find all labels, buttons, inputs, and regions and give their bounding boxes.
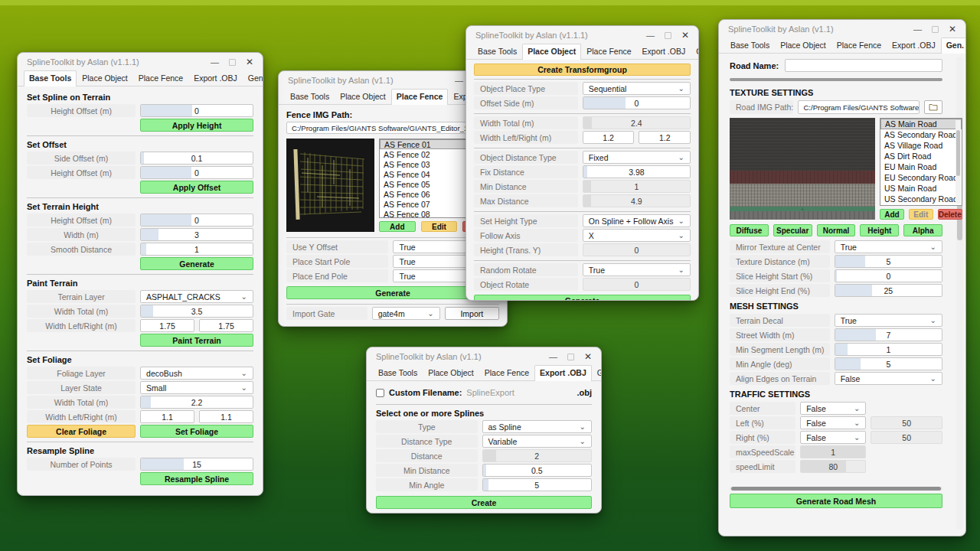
width-left-input[interactable]: 1.1 xyxy=(140,410,194,423)
custom-filename-checkbox[interactable] xyxy=(376,389,384,397)
edit-fence-button[interactable]: Edit xyxy=(421,221,458,232)
set-foliage-button[interactable]: Set Foliage xyxy=(140,425,253,438)
tab-base-tools[interactable]: Base Tools xyxy=(24,70,77,86)
set-height-type-select[interactable]: On Spline + Follow Axis ⌄ xyxy=(583,214,691,227)
width-left-input[interactable]: 1.75 xyxy=(140,319,194,332)
apply-offset-button[interactable]: Apply Offset xyxy=(140,181,253,194)
tab-gen-street[interactable]: Gen. Street xyxy=(592,365,602,380)
tab-base-tools[interactable]: Base Tools xyxy=(472,44,522,59)
height-offset-input[interactable]: 0 xyxy=(140,214,253,227)
side-offset-input[interactable]: 0.1 xyxy=(140,152,253,165)
close-icon[interactable]: ✕ xyxy=(584,352,592,361)
smooth-distance-input[interactable]: 1 xyxy=(140,243,253,256)
apply-height-button[interactable]: Apply Height xyxy=(140,119,253,132)
mirror-texture-select[interactable]: True ⌄ xyxy=(835,240,942,253)
width-total-input[interactable]: 3.5 xyxy=(140,305,253,318)
tab-place-fence[interactable]: Place Fence xyxy=(391,89,449,105)
width-input[interactable]: 3 xyxy=(140,228,253,241)
width-right-input[interactable]: 1.75 xyxy=(199,319,253,332)
texture-distance-input[interactable]: 5 xyxy=(835,255,942,268)
height-offset-input[interactable]: 0 xyxy=(140,166,253,179)
distance-type-select[interactable]: Variable ⌄ xyxy=(482,435,592,448)
tab-export-obj[interactable]: Export .OBJ xyxy=(887,37,941,53)
tab-gen-street[interactable]: Gen. Street xyxy=(243,70,263,86)
minimize-icon[interactable]: — xyxy=(913,25,922,34)
tab-place-object[interactable]: Place Object xyxy=(77,70,133,86)
tab-place-fence[interactable]: Place Fence xyxy=(479,365,534,380)
road-name-input[interactable] xyxy=(785,59,942,72)
width-left-input[interactable]: 1.2 xyxy=(583,131,635,144)
align-edges-select[interactable]: False ⌄ xyxy=(835,372,942,385)
create-export-button[interactable]: Create xyxy=(376,496,592,509)
list-item[interactable]: AS Village Road xyxy=(880,140,962,151)
close-icon[interactable]: ✕ xyxy=(681,31,689,40)
road-img-path-input[interactable]: C:/Program Files/GIANTS Software/GIANTS xyxy=(798,100,920,114)
delete-texture-button[interactable]: Delete xyxy=(938,209,962,220)
add-fence-button[interactable]: Add xyxy=(379,221,416,232)
foliage-layer-select[interactable]: decoBush ⌄ xyxy=(140,367,253,380)
street-width-input[interactable]: 7 xyxy=(835,328,942,341)
add-texture-button[interactable]: Add xyxy=(880,209,904,220)
follow-axis-select[interactable]: X ⌄ xyxy=(583,229,691,242)
close-icon[interactable]: ✕ xyxy=(949,24,956,34)
horizontal-scrollbar[interactable] xyxy=(730,487,942,491)
min-distance-input[interactable]: 0.5 xyxy=(482,464,592,477)
min-segment-length-input[interactable]: 1 xyxy=(835,343,942,356)
tab-gen-street[interactable]: Gen. Street xyxy=(941,37,966,54)
maximize-icon[interactable] xyxy=(665,32,671,39)
slice-height-start-input[interactable]: 0 xyxy=(835,269,942,282)
diffuse-map-button[interactable]: Diffuse xyxy=(730,224,769,236)
list-item[interactable]: AS Main Road xyxy=(880,119,962,129)
list-item[interactable]: EU Main Road xyxy=(880,161,962,172)
titlebar[interactable]: SplineToolkit by Aslan (v1.1) — ✕ xyxy=(719,20,965,38)
generate-road-mesh-button[interactable]: Generate Road Mesh xyxy=(730,494,942,508)
layer-state-select[interactable]: Small ⌄ xyxy=(140,381,253,394)
tab-export-obj[interactable]: Export .OBJ xyxy=(188,70,243,86)
list-item[interactable]: AS Secondary Road xyxy=(880,129,962,140)
list-item[interactable]: US Main Road xyxy=(880,183,962,194)
tab-place-object[interactable]: Place Object xyxy=(522,44,581,60)
titlebar[interactable]: SplineToolkit by Aslan (v1.1.1) — ✕ xyxy=(466,26,698,44)
resample-spline-button[interactable]: Resample Spline xyxy=(140,472,253,485)
minimize-icon[interactable]: — xyxy=(211,58,219,67)
minimize-icon[interactable]: — xyxy=(646,31,655,40)
tab-base-tools[interactable]: Base Tools xyxy=(725,37,775,53)
tab-base-tools[interactable]: Base Tools xyxy=(373,365,423,380)
import-gate-button[interactable]: Import xyxy=(445,307,499,320)
road-texture-list[interactable]: AS Main Road AS Secondary Road AS Villag… xyxy=(880,118,962,206)
tab-export-obj[interactable]: Export .OBJ xyxy=(534,365,592,381)
minimize-icon[interactable]: — xyxy=(549,353,557,361)
tab-gen-street[interactable]: Gen. Street xyxy=(691,44,699,59)
width-total-input[interactable]: 2.2 xyxy=(140,396,253,409)
edit-texture-button[interactable]: Edit xyxy=(909,209,933,220)
slice-height-end-input[interactable]: 25 xyxy=(835,284,942,297)
browse-folder-button[interactable] xyxy=(924,100,942,114)
width-right-input[interactable]: 1.2 xyxy=(639,131,691,144)
object-place-type-select[interactable]: Sequential ⌄ xyxy=(583,82,691,95)
width-right-input[interactable]: 1.1 xyxy=(199,410,253,423)
tab-export-obj[interactable]: Export .OBJ xyxy=(637,44,691,59)
close-icon[interactable]: ✕ xyxy=(246,57,253,67)
maximize-icon[interactable] xyxy=(229,59,236,66)
generate-objects-button[interactable]: Generate xyxy=(474,295,691,301)
list-item[interactable]: AS Dirt Road xyxy=(880,151,962,161)
min-angle-deg-input[interactable]: 5 xyxy=(835,357,942,370)
tab-place-fence[interactable]: Place Fence xyxy=(831,37,887,53)
maximize-icon[interactable] xyxy=(932,26,939,33)
scrollbar-thumb[interactable] xyxy=(956,130,960,176)
random-rotate-select[interactable]: True ⌄ xyxy=(583,263,691,276)
terrain-decal-select[interactable]: True ⌄ xyxy=(835,314,942,327)
maximize-icon[interactable] xyxy=(567,354,574,360)
titlebar[interactable]: SplineToolkit by Aslan (v1.1) — ✕ xyxy=(367,347,601,366)
generate-terrain-button[interactable]: Generate xyxy=(140,257,253,270)
height-offset-input[interactable]: 0 xyxy=(140,104,253,117)
tab-place-fence[interactable]: Place Fence xyxy=(581,44,636,59)
height-map-button[interactable]: Height xyxy=(860,224,899,236)
offset-side-input[interactable]: 0 xyxy=(583,96,691,109)
terrain-layer-select[interactable]: ASPHALT_CRACKS ⌄ xyxy=(140,290,253,303)
list-scrollbar[interactable] xyxy=(956,120,961,204)
scrollbar-thumb[interactable] xyxy=(731,487,941,491)
type-select[interactable]: as Spline ⌄ xyxy=(482,420,592,433)
object-distance-type-select[interactable]: Fixed ⌄ xyxy=(583,151,691,164)
alpha-map-button[interactable]: Alpha xyxy=(903,224,942,236)
